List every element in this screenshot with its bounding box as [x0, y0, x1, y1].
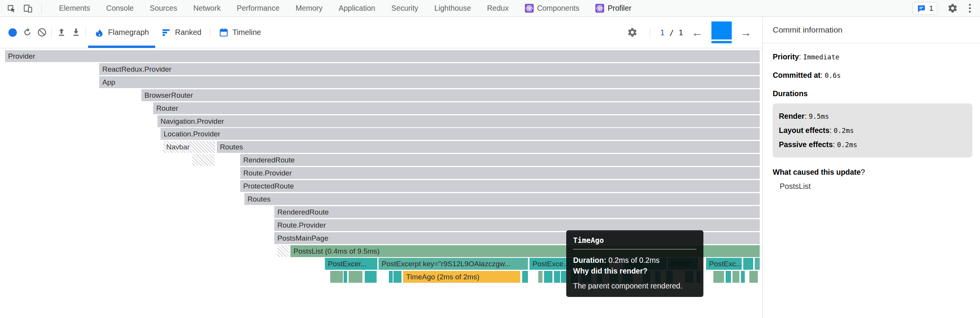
tooltip-duration-label: Duration:	[573, 256, 606, 264]
reload-icon[interactable]	[20, 25, 34, 40]
devtools-window: ElementsConsoleSourcesNetworkPerformance…	[0, 0, 980, 318]
devtools-tab-security[interactable]: Security	[383, 0, 426, 16]
issues-chat-icon	[917, 4, 926, 13]
commit-index-separator: /	[669, 28, 674, 37]
profiler-settings-gear-icon[interactable]	[625, 25, 640, 40]
flame-bar-renderedroute[interactable]: RenderedRoute	[274, 206, 760, 218]
update-cause-component[interactable]: PostsList	[773, 182, 972, 191]
flame-bar-block[interactable]	[389, 271, 393, 283]
next-commit-arrow-icon[interactable]: →	[739, 27, 752, 38]
upload-icon[interactable]	[54, 25, 69, 40]
devtools-tab-redux[interactable]: Redux	[479, 0, 516, 16]
tab-flamegraph[interactable]: Flamegraph	[88, 17, 155, 48]
flame-bar-browserrouter[interactable]: BrowserRouter	[141, 89, 760, 101]
commit-index-current: 1	[660, 28, 665, 37]
flame-bar-block[interactable]	[741, 271, 745, 283]
priority-line: Priority: Immediate	[773, 52, 972, 61]
devtools-tab-label: Security	[391, 4, 418, 13]
flame-bar-router[interactable]: Router	[153, 102, 760, 114]
record-icon[interactable]	[5, 25, 20, 40]
durations-box: Render: 9.5ms Layout effects: 0.2ms Pass…	[773, 103, 972, 157]
flame-bar-renderedroute[interactable]: RenderedRoute	[240, 154, 760, 166]
devtools-right-controls: 1	[913, 2, 980, 15]
flame-bar-provider[interactable]: Provider	[5, 50, 760, 62]
flame-bar-timeago-2ms-of-2ms[interactable]: TimeAgo (2ms of 2ms)	[403, 271, 520, 283]
tooltip-why-label: Why did this render?	[573, 266, 696, 276]
priority-label: Priority	[773, 52, 799, 61]
issues-counter[interactable]: 1	[913, 2, 937, 15]
devtools-tab-network[interactable]: Network	[185, 0, 229, 16]
flame-bar-block[interactable]	[713, 271, 724, 283]
device-toolbar-icon[interactable]	[22, 3, 34, 14]
devtools-tab-profiler[interactable]: Profiler	[587, 0, 639, 16]
devtools-tab-application[interactable]: Application	[331, 0, 383, 16]
devtools-tab-console[interactable]: Console	[98, 0, 142, 16]
update-cause-heading: What caused this update?	[773, 168, 972, 177]
flame-bar-postexcer[interactable]: PostExcer...	[325, 258, 377, 270]
commit-index-total: 1	[678, 28, 683, 37]
flame-bar-protectedroute[interactable]: ProtectedRoute	[240, 180, 760, 192]
download-icon[interactable]	[69, 25, 83, 40]
flame-bar-block[interactable]	[554, 271, 560, 283]
flame-bar-block[interactable]	[344, 271, 347, 283]
flame-bar-block[interactable]	[561, 271, 566, 283]
committed-at-line: Committed at: 0.6s	[773, 71, 972, 80]
flame-bar-block[interactable]	[743, 258, 753, 270]
flame-bar-reactredux-provider[interactable]: ReactRedux.Provider	[99, 63, 760, 75]
flame-bar-app[interactable]: App	[99, 76, 760, 88]
flame-bar-block[interactable]	[749, 271, 758, 283]
flame-bar-routes[interactable]: Routes	[217, 141, 760, 153]
commit-info-panel: Commit information Priority: Immediate C…	[762, 17, 980, 318]
devtools-tab-bar: ElementsConsoleSourcesNetworkPerformance…	[0, 0, 980, 17]
react-logo-icon	[525, 4, 534, 13]
flame-bar-block[interactable]	[733, 271, 739, 283]
inspect-icon[interactable]	[5, 3, 17, 14]
flame-bar-location-provider[interactable]: Location.Provider	[161, 128, 760, 140]
tab-timeline[interactable]: Timeline	[213, 17, 267, 48]
tooltip-duration-line: Duration: 0.2ms of 0.2ms	[573, 255, 696, 266]
settings-gear-icon[interactable]	[947, 3, 958, 14]
flame-bar-block[interactable]	[330, 271, 343, 283]
flame-bar-block[interactable]	[277, 245, 289, 257]
flame-bar-block[interactable]	[538, 271, 542, 283]
kebab-menu-icon[interactable]	[967, 2, 972, 14]
devtools-tab-components[interactable]: Components	[517, 0, 588, 16]
previous-commit-arrow-icon[interactable]: ←	[691, 27, 704, 38]
flame-bar-block[interactable]	[755, 258, 760, 270]
devtools-tab-label: Application	[339, 4, 375, 13]
devtools-tab-elements[interactable]: Elements	[51, 0, 98, 16]
commit-index: 1 / 1	[660, 28, 683, 37]
flame-bar-postexcerpt-key-r9s12l9oalazczgw[interactable]: PostExcerpt key="r9S12L9OAlazczgw...	[379, 258, 528, 270]
flame-bar-block[interactable]	[192, 154, 215, 166]
passive-effects-line: Passive effects: 0.2ms	[779, 138, 966, 152]
devtools-tab-memory[interactable]: Memory	[288, 0, 331, 16]
flame-bar-block[interactable]	[349, 271, 362, 283]
devtools-tab-sources[interactable]: Sources	[142, 0, 185, 16]
devtools-tab-label: Lighthouse	[434, 4, 471, 13]
flame-bar-routes[interactable]: Routes	[244, 193, 760, 205]
flame-bar-postexc[interactable]: PostExc...	[706, 258, 742, 270]
flame-bar-navbar[interactable]: Navbar	[163, 141, 215, 153]
flame-bar-navigation-provider[interactable]: Navigation.Provider	[157, 115, 760, 127]
divider	[85, 28, 86, 38]
flame-bar-block[interactable]	[726, 271, 731, 283]
clear-icon[interactable]	[34, 25, 49, 40]
devtools-left-controls	[0, 3, 44, 14]
tab-ranked[interactable]: Ranked	[155, 17, 208, 48]
commit-selector-bar[interactable]	[711, 21, 732, 43]
tooltip-divider	[573, 249, 696, 249]
flame-bar-block[interactable]	[365, 271, 377, 283]
devtools-tab-label: Performance	[237, 4, 280, 13]
devtools-tab-performance[interactable]: Performance	[229, 0, 288, 16]
devtools-tab-label: Profiler	[608, 4, 631, 13]
render-duration-value: 9.5ms	[809, 113, 829, 120]
flame-bar-block[interactable]	[544, 271, 552, 283]
flame-bar-route-provider[interactable]: Route.Provider	[274, 219, 760, 231]
commit-pager: 1 / 1 ← →	[625, 21, 762, 43]
flame-bar-block[interactable]	[522, 271, 528, 283]
flame-bar-route-provider[interactable]: Route.Provider	[240, 167, 760, 179]
tab-flamegraph-label: Flamegraph	[108, 28, 149, 37]
flame-bar-block[interactable]	[393, 271, 402, 283]
react-logo-icon	[595, 4, 604, 13]
devtools-tab-lighthouse[interactable]: Lighthouse	[426, 0, 479, 16]
